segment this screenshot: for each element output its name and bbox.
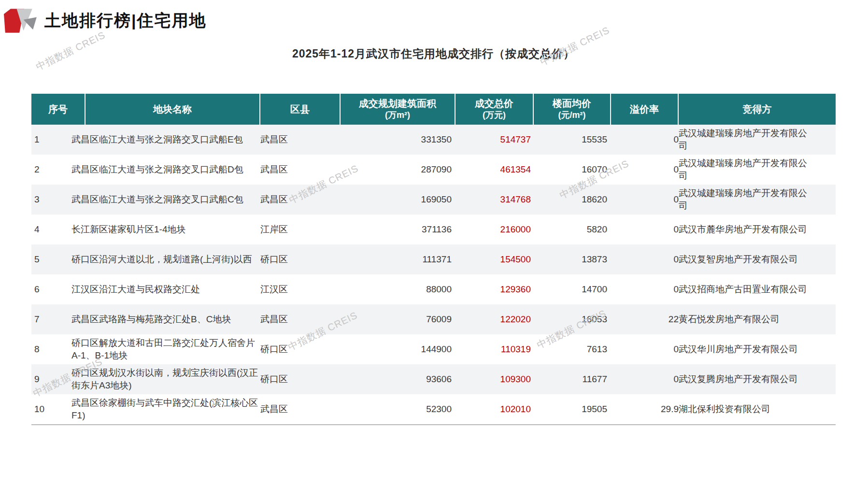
header-premium: 溢价率 (611, 94, 679, 125)
cell-premium: 0 (611, 283, 679, 296)
table-row: 8硚口区解放大道和古田二路交汇处万人宿舍片A-1、B-1地块硚口区1449001… (31, 334, 836, 364)
header-name: 地块名称 (85, 94, 260, 125)
page-title: 土地排行榜|住宅用地 (44, 10, 207, 32)
table-row: 10武昌区徐家棚街与武车中路交汇处(滨江核心区F1)武昌区52300102010… (31, 394, 836, 424)
cell-seq: 1 (31, 133, 71, 146)
cell-floor_avg: 13873 (534, 253, 611, 266)
header-floor-avg: 楼面均价(元/m²) (534, 94, 611, 125)
cell-total: 314768 (455, 193, 534, 206)
header-label: 楼面均价 (553, 98, 591, 109)
cell-total: 154500 (455, 253, 534, 266)
cell-name: 武昌区临江大道与张之洞路交叉口武船D包 (71, 163, 260, 176)
cell-district: 武昌区 (260, 403, 341, 416)
cell-winner: 武汉复腾房地产开发有限公司 (679, 373, 836, 386)
table-row: 9硚口区规划汉水街以南，规划宝庆街以西(汉正街东片A3地块)硚口区9360610… (31, 364, 836, 394)
cell-winner: 黄石悦发房地产有限公司 (679, 313, 836, 326)
cell-winner: 武汉市麓华房地产开发有限公司 (679, 223, 836, 236)
cell-floor_avg: 11677 (534, 373, 611, 386)
cell-premium: 22 (611, 313, 679, 326)
cell-floor_avg: 16053 (534, 313, 611, 326)
cell-floor_avg: 18620 (534, 193, 611, 206)
table-row: 5硚口区沿河大道以北，规划道路(上河街)以西硚口区111371154500138… (31, 244, 836, 274)
cell-total: 129360 (455, 283, 534, 296)
cell-area: 76009 (341, 313, 455, 326)
header-unit: (万元) (483, 109, 506, 121)
cell-total: 109300 (455, 373, 534, 386)
cell-winner: 武汉华川房地产开发有限公司 (679, 343, 836, 356)
cell-district: 武昌区 (260, 193, 341, 206)
cell-area: 287090 (341, 163, 455, 176)
cell-area: 52300 (341, 403, 455, 416)
cell-premium: 0 (611, 373, 679, 386)
cell-seq: 3 (31, 193, 71, 206)
cell-floor_avg: 14700 (534, 283, 611, 296)
cell-winner: 武汉复智房地产开发有限公司 (679, 253, 836, 266)
header-unit: (元/m²) (558, 109, 586, 121)
header-label: 溢价率 (630, 103, 659, 115)
cell-name: 武昌区徐家棚街与武车中路交汇处(滨江核心区F1) (71, 397, 260, 422)
header-label: 区县 (290, 103, 310, 115)
table-header-row: 序号 地块名称 区县 成交规划建筑面积(万m²) 成交总价(万元) 楼面均价(元… (31, 94, 836, 125)
cell-area: 93606 (341, 373, 455, 386)
cell-district: 硚口区 (260, 343, 341, 356)
creis-logo (4, 8, 38, 34)
table-row: 2武昌区临江大道与张之洞路交叉口武船D包武昌区28709046135416070… (31, 155, 836, 185)
table-row: 1武昌区临江大道与张之洞路交叉口武船E包武昌区33135051473715535… (31, 125, 836, 155)
cell-district: 硚口区 (260, 373, 341, 386)
cell-area: 169050 (341, 193, 455, 206)
cell-winner: 湖北保利投资有限公司 (679, 403, 836, 416)
cell-premium: 29.9 (611, 403, 679, 416)
cell-premium: 0 (611, 253, 679, 266)
cell-name: 武昌区临江大道与张之洞路交叉口武船C包 (71, 193, 260, 206)
header-area: 成交规划建筑面积(万m²) (341, 94, 455, 125)
land-ranking-table: 序号 地块名称 区县 成交规划建筑面积(万m²) 成交总价(万元) 楼面均价(元… (31, 94, 836, 425)
cell-seq: 8 (31, 343, 71, 356)
cell-seq: 2 (31, 163, 71, 176)
header-label: 成交规划建筑面积 (359, 98, 436, 109)
header-unit: (万m²) (385, 109, 410, 121)
cell-winner: 武汉招商地产古田置业有限公司 (679, 283, 836, 296)
cell-name: 江汉区沿江大道与民权路交汇处 (71, 283, 260, 296)
cell-area: 111371 (341, 253, 455, 266)
table-row: 7武昌区武珞路与梅苑路交汇处B、C地块武昌区760091220201605322… (31, 304, 836, 334)
table-body: 1武昌区临江大道与张之洞路交叉口武船E包武昌区33135051473715535… (31, 125, 836, 424)
header-label: 成交总价 (475, 98, 513, 109)
cell-name: 武昌区武珞路与梅苑路交汇处B、C地块 (71, 313, 260, 326)
cell-area: 331350 (341, 133, 455, 146)
cell-district: 武昌区 (260, 313, 341, 326)
table-row: 6江汉区沿江大道与民权路交汇处江汉区88000129360147000武汉招商地… (31, 274, 836, 304)
cell-winner: 武汉城建瑞臻房地产开发有限公司 (679, 187, 836, 212)
cell-total: 122020 (455, 313, 534, 326)
cell-seq: 6 (31, 283, 71, 296)
cell-seq: 10 (31, 403, 71, 416)
cell-premium: 0 (611, 223, 679, 236)
cell-floor_avg: 5820 (534, 223, 611, 236)
cell-seq: 9 (31, 373, 71, 386)
header-label: 竞得方 (743, 103, 772, 115)
cell-district: 江汉区 (260, 283, 341, 296)
table-row: 4长江新区谌家矶片区1-4地块江岸区37113621600058200武汉市麓华… (31, 215, 836, 244)
cell-premium: 0 (611, 193, 679, 206)
cell-total: 514737 (455, 133, 534, 146)
cell-seq: 7 (31, 313, 71, 326)
cell-premium: 0 (611, 163, 679, 176)
cell-name: 硚口区沿河大道以北，规划道路(上河街)以西 (71, 253, 260, 266)
cell-district: 武昌区 (260, 163, 341, 176)
table-subtitle: 2025年1-12月武汉市住宅用地成交排行（按成交总价） (31, 46, 836, 61)
cell-name: 长江新区谌家矶片区1-4地块 (71, 223, 260, 236)
cell-winner: 武汉城建瑞臻房地产开发有限公司 (679, 157, 836, 182)
header-total: 成交总价(万元) (455, 94, 534, 125)
cell-premium: 0 (611, 343, 679, 356)
header-label: 地块名称 (153, 103, 192, 115)
cell-winner: 武汉城建瑞臻房地产开发有限公司 (679, 127, 836, 152)
cell-area: 88000 (341, 283, 455, 296)
cell-total: 216000 (455, 223, 534, 236)
cell-name: 硚口区解放大道和古田二路交汇处万人宿舍片A-1、B-1地块 (71, 337, 260, 362)
table-row: 3武昌区临江大道与张之洞路交叉口武船C包武昌区16905031476818620… (31, 185, 836, 215)
cell-premium: 0 (611, 133, 679, 146)
cell-area: 144900 (341, 343, 455, 356)
cell-total: 110319 (455, 343, 534, 356)
cell-total: 102010 (455, 403, 534, 416)
cell-area: 371136 (341, 223, 455, 236)
cell-name: 硚口区规划汉水街以南，规划宝庆街以西(汉正街东片A3地块) (71, 367, 260, 392)
